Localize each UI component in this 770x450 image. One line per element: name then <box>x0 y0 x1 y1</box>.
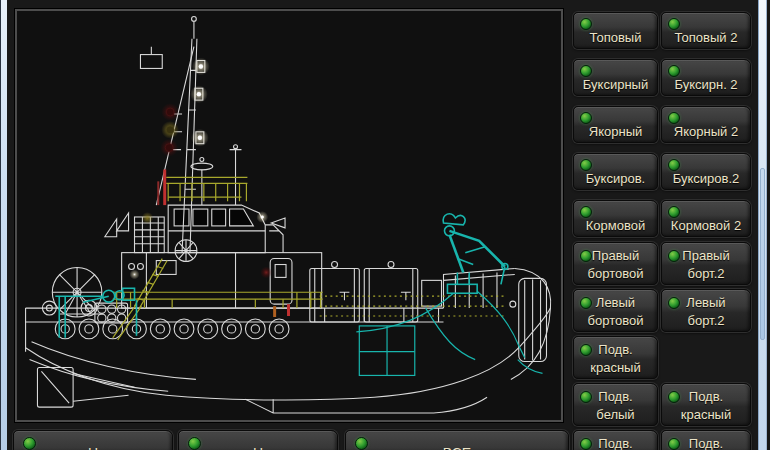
button-label: Н <box>179 446 337 450</box>
button-label: ВСЕ <box>346 446 568 450</box>
button-label: борт.2 <box>662 313 750 328</box>
button-label: борт.2 <box>662 266 750 281</box>
ship-schematic-panel <box>15 9 563 422</box>
light-button-buksirnyy[interactable]: Буксирный <box>573 59 658 96</box>
button-label: Якорный 2 <box>662 124 750 139</box>
green-led-icon <box>23 437 36 450</box>
light-button-podv-krasnyy[interactable]: Подв. красный <box>573 336 658 379</box>
button-label: красный <box>662 407 750 422</box>
green-led-icon <box>668 18 680 30</box>
green-led-icon <box>580 250 592 262</box>
green-led-icon <box>668 250 680 262</box>
green-led-icon <box>668 206 680 218</box>
light-button-topovyy-2[interactable]: Топовый 2 <box>661 12 751 49</box>
tugboat-drawing <box>17 11 561 420</box>
bottom-button-2[interactable]: Н <box>178 430 338 450</box>
light-button-pravyy-bort-2[interactable]: Правый борт.2 <box>661 242 751 285</box>
button-label: Буксирный <box>574 77 657 92</box>
button-label: Топовый <box>574 30 657 45</box>
vessel-lights-control-window: { "window": { "background": "#191919", "… <box>0 0 770 450</box>
button-label: бортовой <box>574 266 657 281</box>
button-label: Буксиров. <box>574 171 657 186</box>
button-label: Топовый 2 <box>662 30 750 45</box>
green-led-icon <box>668 112 680 124</box>
light-button-topovyy[interactable]: Топовый <box>573 12 658 49</box>
green-led-icon <box>580 391 592 403</box>
light-button-yakornyy-2[interactable]: Якорный 2 <box>661 106 751 143</box>
green-led-icon <box>580 65 592 77</box>
green-led-icon <box>668 438 680 450</box>
green-led-icon <box>580 159 592 171</box>
green-led-icon <box>580 18 592 30</box>
navigation-lights <box>130 58 273 280</box>
light-button-buksirov[interactable]: Буксиров. <box>573 153 658 190</box>
light-button-podv-cutoff-left[interactable]: Подв. <box>573 430 658 450</box>
green-led-icon <box>668 391 680 403</box>
light-button-levyy-bort-2[interactable]: Левый борт.2 <box>661 289 751 332</box>
light-button-kormovoy-2[interactable]: Кормовой 2 <box>661 200 751 237</box>
bottom-button-vse[interactable]: ВСЕ <box>345 430 569 450</box>
button-label: Кормовой <box>574 218 657 233</box>
bottom-button-1[interactable]: Н <box>13 430 173 450</box>
button-label: Кормовой 2 <box>662 218 750 233</box>
green-led-icon <box>668 65 680 77</box>
button-label: белый <box>574 407 657 422</box>
green-led-icon <box>580 112 592 124</box>
button-label: бортовой <box>574 313 657 328</box>
light-button-podv-krasnyy-2[interactable]: Подв. красный <box>661 383 751 426</box>
light-button-podv-cutoff-right[interactable]: Подв. <box>661 430 751 450</box>
green-led-icon <box>580 206 592 218</box>
light-button-buksirov-2[interactable]: Буксиров.2 <box>661 153 751 190</box>
window-left-border <box>0 0 7 450</box>
light-button-levyy-bortovoy[interactable]: Левый бортовой <box>573 289 658 332</box>
button-label: Буксиров.2 <box>662 171 750 186</box>
window-scrollbar[interactable] <box>758 0 767 450</box>
green-led-icon <box>580 438 592 450</box>
button-label: красный <box>574 360 657 375</box>
green-led-icon <box>668 297 680 309</box>
light-button-kormovoy[interactable]: Кормовой <box>573 200 658 237</box>
hull-linework <box>26 17 551 414</box>
light-button-pravyy-bortovoy[interactable]: Правый бортовой <box>573 242 658 285</box>
green-led-icon <box>668 159 680 171</box>
button-label: Якорный <box>574 124 657 139</box>
light-button-yakornyy[interactable]: Якорный <box>573 106 658 143</box>
green-led-icon <box>580 297 592 309</box>
button-label: Н <box>14 446 172 450</box>
green-led-icon <box>188 437 201 450</box>
light-button-buksirn-2[interactable]: Буксирн. 2 <box>661 59 751 96</box>
scrollbar-thumb[interactable] <box>760 168 765 340</box>
green-led-icon <box>580 344 592 356</box>
green-led-icon <box>355 437 368 450</box>
light-button-podv-belyy[interactable]: Подв. белый <box>573 383 658 426</box>
button-label: Буксирн. 2 <box>662 77 750 92</box>
